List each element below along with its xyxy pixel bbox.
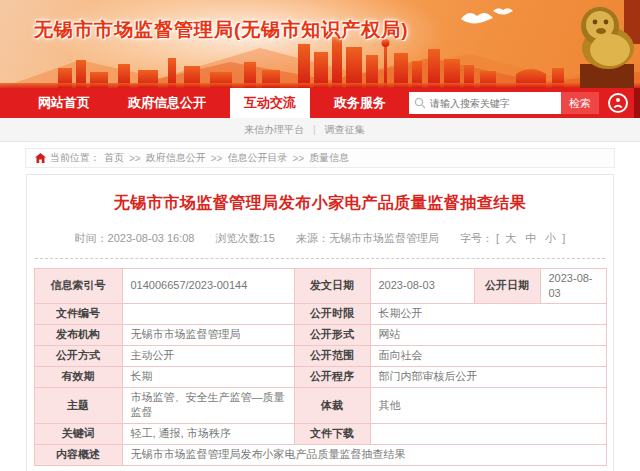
table-row: 有效期 长期 公开程序 部门内部审核后公开 [34, 366, 606, 387]
dove-icon [455, 5, 525, 35]
info-value: 部门内部审核后公开 [370, 366, 606, 387]
info-label: 公开范围 [294, 345, 370, 366]
breadcrumb-item-home[interactable]: 首页 [104, 151, 124, 165]
breadcrumb-item-catalog[interactable]: 信息公开目录 [227, 151, 287, 165]
info-label: 体裁 [294, 387, 370, 423]
info-label: 有效期 [34, 366, 122, 387]
divider [35, 258, 605, 259]
info-value: 2023-08-03 [540, 269, 606, 304]
nav-item-gov-info[interactable]: 政府信息公开 [114, 88, 220, 118]
search-button[interactable]: 检索 [561, 92, 599, 114]
info-label: 文件下载 [294, 423, 370, 444]
breadcrumb: 当前位置： 首页 >> 政府信息公开 >> 信息公开目录 >> 质量信息 [25, 148, 615, 168]
person-icon [612, 97, 624, 109]
subnav-link-letter-platform[interactable]: 来信办理平台 [244, 123, 304, 137]
subnav-divider: | [313, 124, 316, 135]
info-value [122, 303, 294, 324]
search-icon [414, 97, 426, 109]
table-row: 关键词 轻工, 通报, 市场秩序 文件下载 [34, 423, 606, 444]
info-label: 内容概述 [34, 444, 122, 465]
meta-fontsize: 字号： [ 大 中 小 ] [460, 232, 565, 244]
nav-item-services[interactable]: 政务服务 [320, 88, 400, 118]
info-table: 信息索引号 014006657/2023-00144 发文日期 2023-08-… [34, 268, 607, 466]
info-value: 长期 [122, 366, 294, 387]
search-input[interactable] [430, 98, 548, 109]
meta-source: 来源：无锡市市场监督管理局 [296, 232, 439, 244]
table-row: 主题 市场监管、安全生产监管—质量监督 体裁 其他 [34, 387, 606, 423]
page-title: 无锡市市场监督管理局发布小家电产品质量监督抽查结果 [27, 193, 613, 214]
info-label: 信息索引号 [34, 269, 122, 304]
lion-statue-graphic [568, 0, 640, 88]
table-row: 发布机构 无锡市市场监督管理局 公开形式 网站 [34, 324, 606, 345]
site-title: 无锡市市场监督管理局(无锡市知识产权局) [34, 17, 409, 43]
info-value: 无锡市市场监督管理局 [122, 324, 294, 345]
subnav-link-survey[interactable]: 调查征集 [325, 123, 365, 137]
breadcrumb-prefix: 当前位置： [50, 151, 100, 165]
info-label: 发文日期 [294, 269, 370, 304]
nav-item-home[interactable]: 网站首页 [24, 88, 104, 118]
info-value: 014006657/2023-00144 [122, 269, 294, 304]
info-label: 公开时限 [294, 303, 370, 324]
breadcrumb-item-current: 质量信息 [309, 151, 349, 165]
info-value: 其他 [370, 387, 606, 423]
info-value: 长期公开 [370, 303, 606, 324]
info-value: 轻工, 通报, 市场秩序 [122, 423, 294, 444]
table-row: 信息索引号 014006657/2023-00144 发文日期 2023-08-… [34, 269, 606, 304]
breadcrumb-item-gov-info[interactable]: 政府信息公开 [146, 151, 206, 165]
subnav: 来信办理平台 | 调查征集 [0, 118, 640, 142]
fontsize-medium-button[interactable]: 中 [525, 232, 536, 244]
table-row: 文件编号 公开时限 长期公开 [34, 303, 606, 324]
info-label: 文件编号 [34, 303, 122, 324]
nav-item-interaction[interactable]: 互动交流 [230, 88, 310, 118]
info-value: 无锡市市场监督管理局发布小家电产品质量监督抽查结果 [122, 444, 606, 465]
site-banner: 无锡市市场监督管理局(无锡市知识产权局) [0, 0, 640, 88]
info-label: 主题 [34, 387, 122, 423]
info-value: 网站 [370, 324, 606, 345]
info-value: 主动公开 [122, 345, 294, 366]
article-card: 无锡市市场监督管理局发布小家电产品质量监督抽查结果 时间：2023-08-03 … [26, 174, 614, 471]
info-label: 发布机构 [34, 324, 122, 345]
info-label: 公开日期 [474, 269, 540, 304]
breadcrumb-separator: >> [129, 153, 141, 164]
meta-views: 浏览次数:15 [216, 232, 275, 244]
info-label: 公开形式 [294, 324, 370, 345]
search-box [409, 92, 561, 114]
info-label: 关键词 [34, 423, 122, 444]
main-nav: 网站首页 政府信息公开 互动交流 政务服务 检索 [0, 88, 640, 118]
breadcrumb-separator: >> [292, 153, 304, 164]
fontsize-large-button[interactable]: 大 [505, 232, 516, 244]
article-meta: 时间：2023-08-03 16:08 浏览次数:15 来源：无锡市市场监督管理… [27, 231, 613, 246]
home-icon [35, 153, 46, 163]
table-row: 公开方式 主动公开 公开范围 面向社会 [34, 345, 606, 366]
info-value: 2023-08-03 [370, 269, 474, 304]
meta-time: 时间：2023-08-03 16:08 [75, 232, 195, 244]
info-value [370, 423, 606, 444]
nav-search-area: 检索 [409, 92, 628, 114]
info-value: 市场监管、安全生产监管—质量监督 [122, 387, 294, 423]
breadcrumb-separator: >> [211, 153, 223, 164]
info-label: 公开方式 [34, 345, 122, 366]
accessibility-icon[interactable] [608, 93, 628, 113]
info-label: 公开程序 [294, 366, 370, 387]
table-row: 内容概述 无锡市市场监督管理局发布小家电产品质量监督抽查结果 [34, 444, 606, 465]
nav-endcap-decor [634, 88, 640, 118]
fontsize-small-button[interactable]: 小 [545, 232, 556, 244]
info-value: 面向社会 [370, 345, 606, 366]
